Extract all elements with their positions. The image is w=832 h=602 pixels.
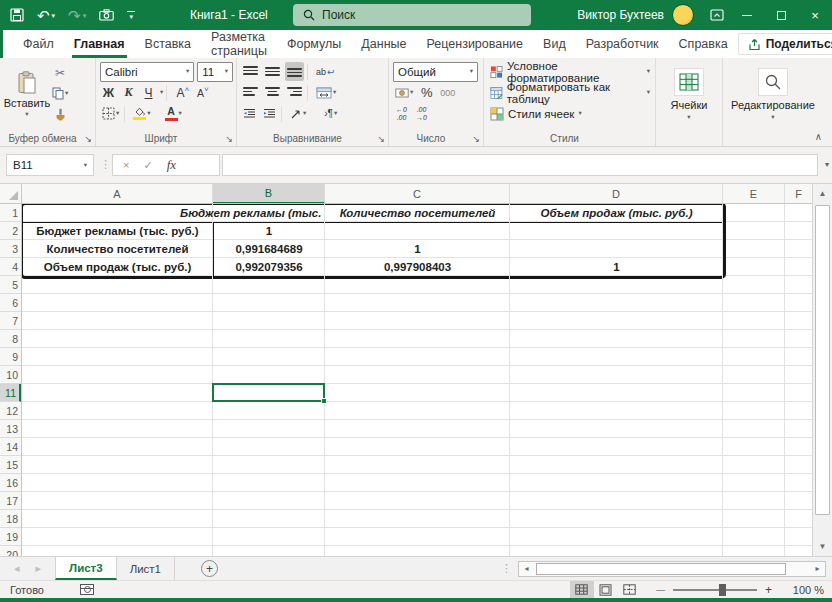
scroll-left-icon[interactable]: ◂ — [519, 562, 534, 576]
cell-A4[interactable]: Объем продаж (тыс. руб.) — [22, 258, 213, 276]
row-header-2[interactable]: 2 — [0, 222, 21, 240]
zoom-slider-thumb[interactable] — [719, 584, 726, 596]
save-icon[interactable] — [10, 8, 24, 22]
name-box-dropdown-icon[interactable]: ▾ — [84, 162, 87, 169]
decrease-decimal-button[interactable]: .00→0 — [413, 104, 430, 123]
cell-C1[interactable]: Количество посетителей — [325, 204, 510, 222]
scroll-right-icon[interactable]: ▸ — [810, 562, 825, 576]
tab-insert[interactable]: Вставка — [135, 30, 201, 58]
align-bottom-button[interactable] — [285, 62, 304, 81]
number-format-combo[interactable]: Общий▾ — [393, 62, 478, 82]
sheet-tab-list1[interactable]: Лист1 — [117, 557, 175, 580]
tab-formulas[interactable]: Формулы — [277, 30, 351, 58]
column-header-C[interactable]: C — [325, 184, 510, 204]
percent-style-button[interactable]: % — [418, 83, 435, 102]
row-header-6[interactable]: 6 — [0, 294, 21, 312]
align-middle-button[interactable] — [263, 62, 282, 81]
tab-help[interactable]: Справка — [669, 30, 738, 58]
cut-button[interactable]: ✂ — [50, 63, 70, 82]
tab-review[interactable]: Рецензирование — [417, 30, 534, 58]
enter-button[interactable]: ✓ — [143, 159, 152, 172]
row-header-9[interactable]: 9 — [0, 348, 21, 366]
comma-style-button[interactable]: 000 — [438, 83, 457, 102]
row-header-12[interactable]: 12 — [0, 402, 21, 420]
namebox-resize-handle[interactable]: ⋮ — [100, 158, 111, 171]
decrease-indent-button[interactable] — [241, 104, 258, 123]
zoom-slider[interactable] — [673, 589, 757, 591]
cell-B4[interactable]: 0,992079356 — [213, 258, 325, 276]
cells-button[interactable]: Ячейки ▾ — [660, 61, 718, 128]
column-header-D[interactable]: D — [510, 184, 723, 204]
undo-button[interactable]: ↶ ▾ — [37, 8, 55, 23]
format-as-table-button[interactable]: Форматировать как таблицу ▾ — [488, 82, 652, 103]
tab-data[interactable]: Данные — [351, 30, 416, 58]
font-color-button[interactable]: А ▾ — [163, 104, 184, 123]
format-painter-button[interactable] — [50, 105, 70, 124]
scroll-down-icon[interactable]: ▼ — [813, 537, 832, 556]
increase-indent-button[interactable] — [261, 104, 278, 123]
row-header-16[interactable]: 16 — [0, 474, 21, 492]
zoom-out-button[interactable]: — — [656, 585, 665, 595]
row-header-8[interactable]: 8 — [0, 330, 21, 348]
user-avatar[interactable] — [672, 4, 694, 26]
close-button[interactable]: × — [798, 0, 832, 30]
editing-button[interactable]: Редактирование ▾ — [727, 61, 819, 128]
tab-home[interactable]: Главная — [64, 30, 135, 58]
row-header-19[interactable]: 19 — [0, 528, 21, 546]
fill-color-button[interactable]: ▾ — [131, 104, 152, 123]
vertical-scroll-thumb[interactable] — [815, 205, 830, 515]
expand-formula-bar-icon[interactable]: ▾ — [825, 160, 829, 169]
row-header-11[interactable]: 11 — [0, 384, 21, 402]
cell-A3[interactable]: Количество посетителей — [22, 240, 213, 258]
merge-center-button[interactable]: ▾ — [314, 83, 338, 102]
underline-button[interactable]: Ч — [140, 83, 157, 102]
sheet-tab-list3[interactable]: Лист3 — [55, 557, 117, 580]
row-header-10[interactable]: 10 — [0, 366, 21, 384]
cell-D4[interactable]: 1 — [510, 258, 723, 276]
vertical-scrollbar[interactable]: ▲ ▼ — [812, 184, 832, 556]
maximize-button[interactable] — [764, 0, 798, 30]
row-header-13[interactable]: 13 — [0, 420, 21, 438]
increase-decimal-button[interactable]: ←0.00 — [393, 104, 410, 123]
conditional-formatting-button[interactable]: Условное форматирование ▾ — [488, 61, 652, 82]
clipboard-dialog-launcher[interactable]: ↘ — [84, 135, 92, 144]
column-header-F[interactable]: F — [785, 184, 812, 204]
normal-view-button[interactable] — [570, 581, 594, 598]
column-header-A[interactable]: A — [22, 184, 213, 204]
cancel-button[interactable]: × — [123, 159, 129, 171]
row-header-5[interactable]: 5 — [0, 276, 21, 294]
cells-area[interactable]: Бюджет рекламы (тыс.Количество посетител… — [22, 204, 812, 556]
horizontal-scrollbar[interactable]: ◂ ▸ — [518, 561, 826, 577]
align-center-button[interactable] — [263, 83, 282, 102]
font-size-combo[interactable]: 11▾ — [197, 62, 233, 82]
row-header-15[interactable]: 15 — [0, 456, 21, 474]
name-box[interactable]: B11 ▾ — [6, 154, 94, 176]
accounting-format-button[interactable]: ▾ — [393, 83, 415, 102]
bold-button[interactable]: Ж — [100, 83, 117, 102]
grow-font-button[interactable]: А˄ — [174, 83, 191, 102]
row-header-20[interactable]: 20 — [0, 546, 21, 556]
sheet-nav-right-icon[interactable]: ▸ — [36, 562, 42, 575]
user-name[interactable]: Виктор Бухтеев — [577, 8, 664, 22]
customize-qat-icon[interactable]: ▾ — [127, 11, 135, 20]
italic-button[interactable]: К — [120, 83, 137, 102]
collapse-ribbon-button[interactable]: ∧ — [815, 131, 822, 142]
row-header-17[interactable]: 17 — [0, 492, 21, 510]
selection-box-B11[interactable] — [212, 383, 325, 402]
cell-B3[interactable]: 0,991684689 — [213, 240, 325, 258]
cell-A2[interactable]: Бюджет рекламы (тыс. руб.) — [22, 222, 213, 240]
formula-input[interactable] — [222, 154, 818, 176]
cell-B1[interactable]: Бюджет рекламы (тыс. — [180, 204, 325, 222]
cell-C3[interactable]: 1 — [325, 240, 510, 258]
tab-page-layout[interactable]: Разметка страницы — [201, 30, 277, 58]
select-all-corner[interactable] — [0, 184, 22, 204]
underline-dropdown-icon[interactable]: ▾ — [160, 89, 163, 96]
new-sheet-button[interactable]: + — [201, 560, 218, 577]
font-name-combo[interactable]: Calibri▾ — [100, 62, 194, 82]
cell-B2[interactable]: 1 — [213, 222, 325, 240]
row-header-3[interactable]: 3 — [0, 240, 21, 258]
tab-developer[interactable]: Разработчик — [576, 30, 669, 58]
row-header-7[interactable]: 7 — [0, 312, 21, 330]
font-dialog-launcher[interactable]: ↘ — [225, 135, 233, 144]
undo-dropdown-icon[interactable]: ▾ — [52, 12, 56, 19]
